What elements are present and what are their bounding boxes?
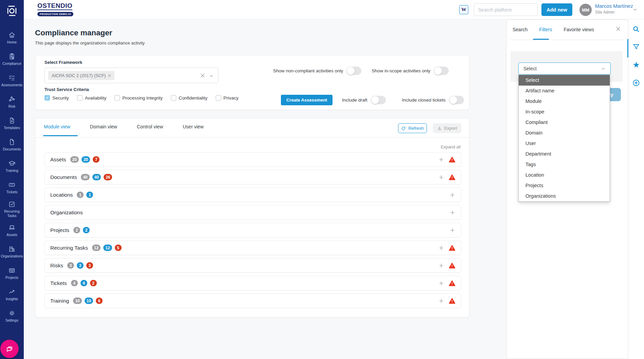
tab-user-view[interactable]: User view (183, 124, 203, 136)
drawer-tab-filters[interactable]: Filters (539, 27, 552, 32)
checkbox-icon[interactable] (216, 95, 221, 101)
wiki-shortcut-icon[interactable]: W (459, 5, 468, 14)
module-row-locations[interactable]: Locations 11 (44, 187, 461, 202)
expand-all-link[interactable]: Expand all (441, 145, 461, 149)
sidebar-item-documents[interactable]: Documents (0, 134, 24, 156)
expand-plus-icon[interactable] (449, 192, 455, 198)
sidebar-item-templates[interactable]: Templates (0, 113, 24, 134)
dropdown-option-projects[interactable]: Projects (519, 180, 610, 191)
dropdown-option-department[interactable]: Department (519, 149, 610, 159)
checkbox-icon[interactable] (44, 95, 50, 101)
dropdown-option-module[interactable]: Module (519, 96, 610, 107)
checkbox-icon[interactable] (114, 95, 120, 101)
sidebar-item-recurring-tasks[interactable]: Recurring Tasks (0, 198, 24, 220)
chip-remove-icon[interactable] (108, 74, 111, 77)
search-icon[interactable] (632, 25, 641, 34)
dropdown-option-artifact-name[interactable]: Artifact name (519, 86, 610, 96)
favorites-star-icon[interactable]: ★ (632, 60, 641, 69)
module-row-organizations[interactable]: Organizations (44, 205, 461, 220)
user-name[interactable]: Marcos Martínez (595, 3, 633, 9)
dropdown-option-tags[interactable]: Tags (519, 159, 610, 170)
include-draft-toggle-label: Include draft (342, 97, 367, 103)
in-scope-toggle[interactable] (434, 67, 449, 75)
module-label: Documents (50, 174, 77, 180)
dropdown-option-user[interactable]: User (519, 138, 610, 149)
expand-plus-icon[interactable] (449, 210, 455, 216)
expand-plus-icon[interactable] (438, 245, 444, 251)
sidebar-item-training[interactable]: Training (0, 156, 24, 177)
brand-wordmark: OSTENDIO (37, 2, 72, 10)
sidebar-item-assessments[interactable]: Assessments (0, 70, 24, 91)
warning-icon (449, 245, 455, 251)
include-closed-tickets-toggle[interactable] (449, 96, 464, 104)
expand-plus-icon[interactable] (438, 280, 444, 286)
filter-funnel-icon[interactable] (632, 42, 641, 51)
warning-icon (449, 263, 455, 269)
sidebar-item-label: Tickets (6, 190, 18, 194)
criterion-security[interactable]: Security (44, 95, 69, 101)
module-row-tickets[interactable]: Tickets 442 (44, 276, 461, 290)
add-new-button[interactable]: Add new (541, 3, 572, 16)
expand-plus-icon[interactable] (438, 174, 444, 180)
search-input[interactable] (474, 3, 538, 16)
dropdown-option-compliant[interactable]: Compliant (519, 117, 610, 128)
expand-plus-icon[interactable] (438, 298, 444, 304)
module-row-documents[interactable]: Documents 404026 (44, 170, 461, 184)
expand-plus-icon[interactable] (449, 227, 455, 233)
chat-button[interactable] (0, 340, 19, 358)
create-assessment-button[interactable]: Create Assessment (281, 95, 333, 105)
tab-control-view[interactable]: Control view (137, 124, 163, 136)
tab-domain-view[interactable]: Domain view (90, 124, 117, 136)
refresh-button[interactable]: Refresh (398, 123, 427, 133)
drawer-tab-search[interactable]: Search (513, 27, 527, 32)
tab-module-view[interactable]: Module view (44, 124, 70, 136)
trust-service-criteria-label: Trust Service Criteria (44, 87, 89, 92)
module-row-assets[interactable]: Assets 20207 (44, 152, 461, 167)
dropdown-option-domain[interactable]: Domain (519, 128, 610, 138)
checkbox-icon[interactable] (171, 95, 176, 101)
criterion-confidentiality[interactable]: Confidentiality (171, 95, 208, 101)
warning-icon (449, 298, 455, 304)
expand-plus-icon[interactable] (438, 263, 444, 269)
sidebar-item-home[interactable]: Home (0, 27, 24, 49)
in-scope-badge: 40 (92, 174, 101, 180)
criterion-privacy[interactable]: Privacy (216, 95, 238, 101)
filter-field-select[interactable]: Select (518, 62, 611, 75)
dropdown-option-organizations[interactable]: Organizations (519, 191, 610, 201)
ostendio-logo-mark-icon[interactable] (4, 3, 19, 18)
framework-chevron-down-icon[interactable] (209, 73, 214, 78)
export-button[interactable]: Export (433, 123, 461, 133)
sidebar-item-organizations[interactable]: Organizations (0, 241, 24, 263)
warning-icon (449, 157, 455, 163)
include-draft-toggle[interactable] (371, 96, 386, 104)
brand-logo[interactable]: OSTENDIO PRODUCTION DEMO.IO (37, 2, 73, 16)
module-row-training[interactable]: Training 10106 (44, 293, 461, 308)
criterion-processing-integrity[interactable]: Processing Integrity (114, 95, 163, 101)
framework-chip[interactable]: AICPA SOC 2 (2017) (SCF) (48, 71, 114, 80)
checkbox-icon[interactable] (77, 95, 83, 101)
avatar[interactable]: MM (579, 4, 592, 16)
sidebar-item-tickets[interactable]: Tickets (0, 177, 24, 198)
sidebar-item-assets[interactable]: Assets (0, 220, 24, 241)
dropdown-option-in-scope[interactable]: In-scope (519, 107, 610, 117)
sidebar-item-compliance[interactable]: Compliance (0, 49, 24, 70)
framework-clear-icon[interactable] (200, 73, 205, 78)
framework-multiselect[interactable]: AICPA SOC 2 (2017) (SCF) (44, 68, 218, 83)
module-row-recurring-tasks[interactable]: Recurring Tasks 12125 (44, 240, 461, 255)
dropdown-option-select[interactable]: Select (519, 75, 610, 86)
close-icon[interactable] (616, 26, 621, 31)
sidebar-item-risk[interactable]: Risk (0, 91, 24, 113)
sidebar-item-projects[interactable]: Projects (0, 263, 24, 284)
user-menu-chevron-down-icon[interactable] (632, 7, 638, 12)
dropdown-option-location[interactable]: Location (519, 170, 610, 180)
sidebar-item-settings[interactable]: Settings (0, 305, 24, 327)
brand-env-badge: PRODUCTION DEMO.IO (37, 12, 73, 16)
expand-plus-icon[interactable] (438, 157, 444, 163)
module-row-risks[interactable]: Risks 333 (44, 258, 461, 273)
criterion-availability[interactable]: Availability (77, 95, 107, 101)
drawer-tab-favorite-views[interactable]: Favorite views (564, 27, 594, 32)
add-circle-icon[interactable] (632, 78, 641, 87)
non-compliant-toggle[interactable] (346, 67, 361, 75)
module-row-projects[interactable]: Projects 22 (44, 223, 461, 237)
sidebar-item-insights[interactable]: Insights (0, 284, 24, 305)
